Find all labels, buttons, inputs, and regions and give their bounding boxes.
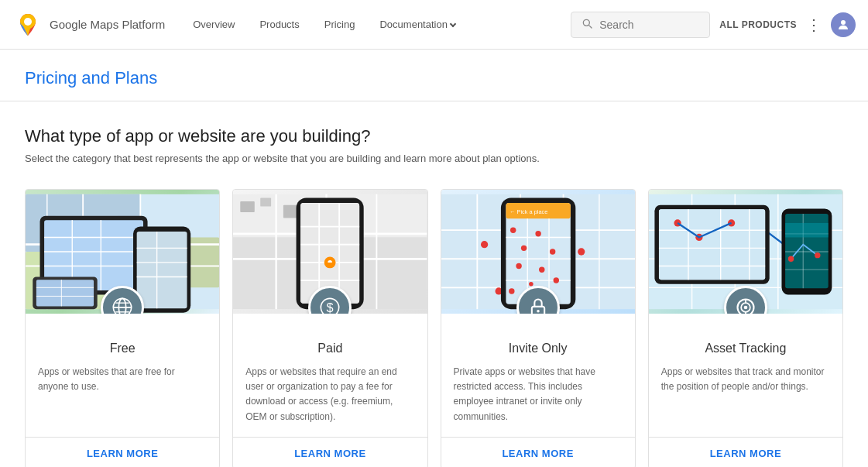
svg-point-93 xyxy=(529,282,533,287)
card-paid-title: Paid xyxy=(245,342,414,355)
card-paid-footer: LEARN MORE xyxy=(233,437,427,467)
card-paid: $ Paid Apps or websites that require an … xyxy=(232,189,427,467)
svg-point-126 xyxy=(788,256,794,262)
card-paid-body: Paid Apps or websites that require an en… xyxy=(233,314,427,437)
card-free-footer: LEARN MORE xyxy=(26,437,219,467)
card-free-desc: Apps or websites that are free for anyon… xyxy=(38,365,207,394)
svg-point-89 xyxy=(516,263,521,269)
main-nav: Overview Products Pricing Documentation xyxy=(184,12,571,36)
user-avatar[interactable] xyxy=(831,12,856,37)
svg-point-1 xyxy=(24,18,32,26)
nav-documentation[interactable]: Documentation xyxy=(370,12,464,36)
svg-point-91 xyxy=(553,277,558,283)
card-asset-title: Asset Tracking xyxy=(661,342,830,355)
google-maps-logo-icon xyxy=(12,9,43,40)
card-paid-learn-more[interactable]: LEARN MORE xyxy=(294,448,365,459)
card-paid-image: $ xyxy=(233,190,427,314)
card-invite-image: ← Pick a place xyxy=(441,190,635,314)
svg-rect-125 xyxy=(785,223,829,238)
page-title-bar: Pricing and Plans xyxy=(0,50,868,101)
section-subtext: Select the category that best represents… xyxy=(25,153,843,164)
all-products-button[interactable]: ALL PRODUCTS xyxy=(719,19,797,30)
svg-point-32 xyxy=(118,298,125,314)
card-invite-learn-more[interactable]: LEARN MORE xyxy=(502,448,573,459)
logo-text: Google Maps Platform xyxy=(50,18,165,31)
card-invite-footer: LEARN MORE xyxy=(441,437,635,467)
svg-point-86 xyxy=(520,246,526,251)
nav-pricing[interactable]: Pricing xyxy=(315,12,365,36)
svg-point-127 xyxy=(815,252,820,258)
svg-point-118 xyxy=(728,219,735,226)
nav-overview[interactable]: Overview xyxy=(184,12,244,36)
search-input[interactable] xyxy=(599,19,700,31)
svg-rect-27 xyxy=(36,280,94,306)
card-free-learn-more[interactable]: LEARN MORE xyxy=(87,448,158,459)
card-invite-desc: Private apps or websites that have restr… xyxy=(454,365,623,424)
cards-row: Free Apps or websites that are free for … xyxy=(25,189,843,467)
search-icon xyxy=(581,17,593,33)
card-invite-title: Invite Only xyxy=(454,342,623,355)
logo[interactable]: Google Maps Platform xyxy=(12,9,165,40)
header-right: ALL PRODUCTS ⋮ xyxy=(571,12,856,38)
svg-point-31 xyxy=(113,298,131,314)
svg-text:← Pick a place: ← Pick a place xyxy=(509,208,547,215)
svg-point-87 xyxy=(535,231,540,236)
card-asset-body: Asset Tracking Apps or websites that tra… xyxy=(649,314,842,437)
card-asset-learn-more[interactable]: LEARN MORE xyxy=(710,448,781,459)
svg-text:$: $ xyxy=(327,300,334,314)
svg-rect-45 xyxy=(260,197,271,206)
card-free-image xyxy=(26,190,219,314)
card-asset-footer: LEARN MORE xyxy=(649,437,842,467)
svg-point-73 xyxy=(578,248,585,255)
card-free: Free Apps or websites that are free for … xyxy=(25,189,220,467)
svg-point-92 xyxy=(509,288,514,294)
more-options-icon[interactable]: ⋮ xyxy=(806,15,822,34)
svg-point-2 xyxy=(841,20,846,25)
nav-products[interactable]: Products xyxy=(250,12,308,36)
main-content: What type of app or website are you buil… xyxy=(0,101,868,467)
svg-point-88 xyxy=(549,249,554,254)
section-heading: What type of app or website are you buil… xyxy=(25,126,843,146)
card-asset: Asset Tracking Apps or websites that tra… xyxy=(648,189,843,467)
chevron-down-icon xyxy=(450,20,456,26)
svg-point-85 xyxy=(509,227,515,232)
svg-rect-44 xyxy=(241,201,256,212)
card-asset-image xyxy=(649,190,842,314)
svg-point-69 xyxy=(480,241,487,248)
svg-point-95 xyxy=(537,310,540,312)
card-paid-desc: Apps or websites that require an end use… xyxy=(245,365,414,424)
card-free-body: Free Apps or websites that are free for … xyxy=(26,314,219,437)
card-invite: ← Pick a place xyxy=(441,189,636,467)
page-title: Pricing and Plans xyxy=(25,68,843,88)
svg-point-130 xyxy=(744,306,748,310)
search-box[interactable] xyxy=(571,12,710,38)
card-asset-desc: Apps or websites that track and monitor … xyxy=(661,365,830,394)
svg-rect-21 xyxy=(137,232,187,308)
header: Google Maps Platform Overview Products P… xyxy=(0,0,868,50)
card-free-title: Free xyxy=(38,342,207,355)
svg-point-90 xyxy=(539,266,544,272)
card-invite-body: Invite Only Private apps or websites tha… xyxy=(441,314,635,437)
